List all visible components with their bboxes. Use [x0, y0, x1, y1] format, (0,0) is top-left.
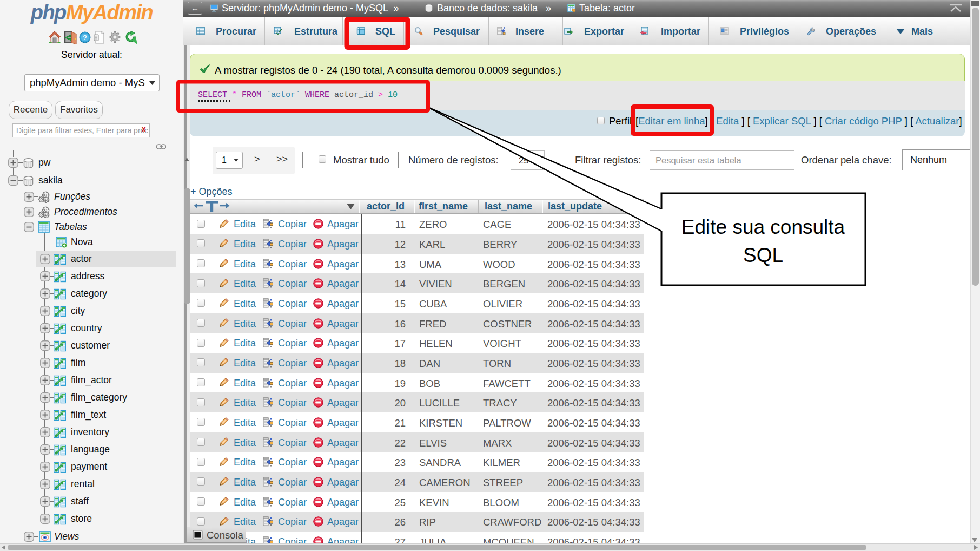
- svg-text:?: ?: [83, 34, 87, 42]
- svg-text:SQL: SQL: [743, 244, 783, 266]
- svg-text:Edite sua consulta: Edite sua consulta: [681, 216, 845, 238]
